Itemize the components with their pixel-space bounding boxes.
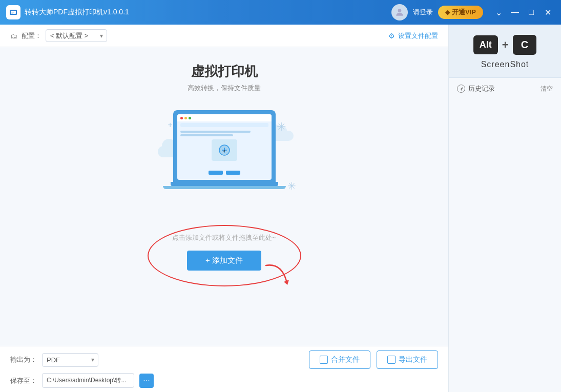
illustration: ✳ + ✳ <box>148 105 301 218</box>
output-row: 输出为： PDF 合并文件 导出文件 <box>10 350 438 369</box>
config-label: 配置： <box>22 31 41 40</box>
history-section: 历史记录 清空 <box>449 78 561 392</box>
arrow-icon <box>261 260 292 288</box>
svg-rect-2 <box>11 12 14 12</box>
alt-key-badge: Alt <box>473 35 498 54</box>
c-key-badge: C <box>513 35 536 55</box>
close-button[interactable]: ✕ <box>541 5 555 19</box>
action-buttons: 合并文件 导出文件 <box>309 350 438 369</box>
main-layout: 🗂 配置： < 默认配置 > ⚙ 设置文件配置 虚拟打印机 高效转换，保持文件质… <box>0 25 561 392</box>
app-title: 转转大师PDF虚拟打印机v1.0.0.1 <box>25 8 387 17</box>
add-file-button[interactable]: + 添加文件 <box>187 251 261 271</box>
merge-icon <box>320 356 328 364</box>
svg-point-4 <box>398 9 402 12</box>
save-row: 保存至： C:\Users\admin\Desktop\转... ··· <box>10 373 438 388</box>
vip-button[interactable]: ◆ 开通VIP <box>438 6 483 19</box>
config-select[interactable]: < 默认配置 > <box>46 29 107 42</box>
save-label: 保存至： <box>10 376 37 385</box>
save-path: C:\Users\admin\Desktop\转... <box>42 373 134 388</box>
sparkle-icon-3: ✳ <box>287 180 296 192</box>
window-controls: ⌄ — □ ✕ <box>491 5 555 19</box>
minimize-button[interactable]: — <box>508 5 522 19</box>
bottom-bar: 输出为： PDF 合并文件 导出文件 <box>0 346 448 392</box>
merge-button[interactable]: 合并文件 <box>309 350 370 369</box>
output-select[interactable]: PDF <box>42 353 98 367</box>
output-select-wrap: PDF <box>42 353 98 367</box>
clock-icon <box>457 85 465 93</box>
config-select-wrap: < 默认配置 > <box>46 29 107 42</box>
drop-zone[interactable]: 点击添加文件或将文件拖拽至此处~ + 添加文件 <box>172 233 276 271</box>
export-icon <box>387 356 396 364</box>
folder-icon: 🗂 <box>10 32 17 40</box>
app-main-subtitle: 高效转换，保持文件质量 <box>188 84 261 93</box>
config-bar: 🗂 配置： < 默认配置 > ⚙ 设置文件配置 <box>0 25 448 47</box>
output-label: 输出为： <box>10 355 37 364</box>
app-main-title: 虚拟打印机 <box>191 63 258 80</box>
sparkle-icon-1: ✳ <box>277 120 286 134</box>
config-settings-button[interactable]: ⚙ 设置文件配置 <box>388 31 438 40</box>
window-menu-button[interactable]: ⌄ <box>491 5 506 19</box>
clear-button[interactable]: 清空 <box>541 85 553 93</box>
avatar[interactable] <box>391 4 408 20</box>
maximize-button[interactable]: □ <box>524 5 538 19</box>
left-panel: 🗂 配置： < 默认配置 > ⚙ 设置文件配置 虚拟打印机 高效转换，保持文件质… <box>0 25 448 392</box>
right-panel: Alt + C ScreenShot 历史记录 清空 <box>448 25 561 392</box>
history-title: 历史记录 <box>457 84 495 93</box>
more-button[interactable]: ··· <box>139 374 154 388</box>
screenshot-promo: Alt + C ScreenShot <box>449 25 561 78</box>
diamond-icon: ◆ <box>445 9 450 16</box>
title-bar: 转转大师PDF虚拟打印机v1.0.0.1 请登录 ◆ 开通VIP ⌄ — □ ✕ <box>0 0 561 25</box>
drop-hint: 点击添加文件或将文件拖拽至此处~ <box>172 233 276 242</box>
gear-icon: ⚙ <box>388 32 395 40</box>
sparkle-icon-2: + <box>168 120 173 130</box>
login-button[interactable]: 请登录 <box>413 8 433 17</box>
laptop-illustration <box>173 110 276 189</box>
plus-sign: + <box>502 38 509 52</box>
screenshot-label: ScreenShot <box>481 60 529 69</box>
shortcut-display: Alt + C <box>473 35 536 55</box>
title-bar-right: 请登录 ◆ 开通VIP ⌄ — □ ✕ <box>391 4 555 20</box>
history-header: 历史记录 清空 <box>457 84 553 93</box>
app-icon <box>6 5 20 19</box>
content-area: 虚拟打印机 高效转换，保持文件质量 ✳ + ✳ <box>0 47 448 346</box>
svg-rect-3 <box>11 13 13 13</box>
export-button[interactable]: 导出文件 <box>377 350 438 369</box>
